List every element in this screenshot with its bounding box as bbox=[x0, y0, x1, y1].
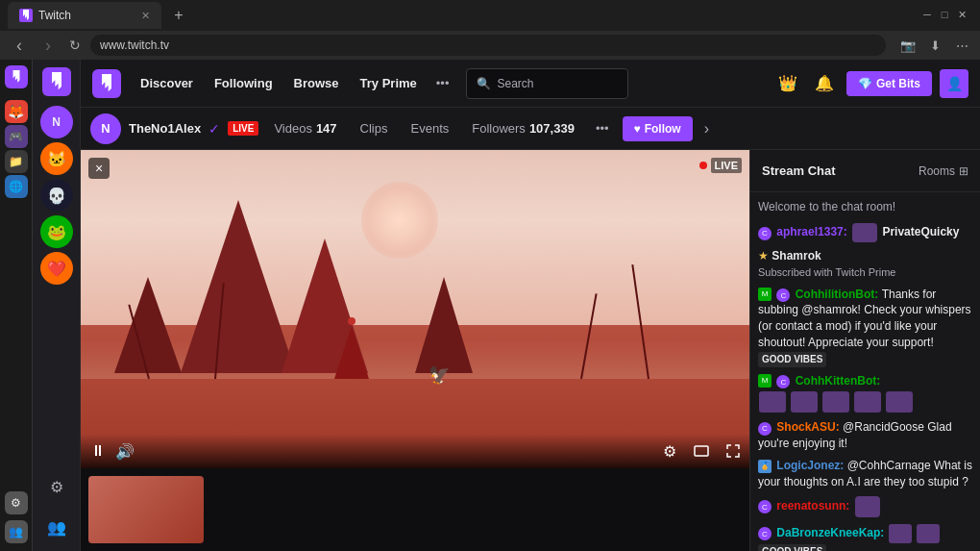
os-icon-3[interactable]: 📁 bbox=[5, 150, 28, 173]
live-indicator: LIVE bbox=[699, 158, 742, 173]
channel-more-button[interactable]: ••• bbox=[590, 117, 615, 139]
badge-8: C bbox=[758, 527, 772, 540]
bits-icon: 💎 bbox=[858, 77, 872, 90]
chat-title: Stream Chat bbox=[762, 163, 911, 178]
maximize-button[interactable]: □ bbox=[938, 8, 951, 21]
content-area: 🦅 × LIVE ⏸ 🔊 ⚙ bbox=[81, 150, 980, 551]
sub-text-2: Subscribed with Twitch Prime bbox=[758, 266, 895, 278]
emote-welcome-5 bbox=[886, 391, 913, 413]
badge-7: C bbox=[758, 500, 772, 513]
video-close-button[interactable]: × bbox=[88, 158, 110, 179]
settings-button[interactable]: ⋯ bbox=[951, 35, 972, 56]
chat-message-7: C reenatosunn: bbox=[758, 496, 972, 517]
badge-1: C bbox=[758, 227, 772, 240]
url-bar[interactable]: www.twitch.tv bbox=[90, 35, 886, 56]
browser-tab[interactable]: Twitch ✕ bbox=[8, 2, 161, 29]
channel-name: TheNo1Alex bbox=[129, 121, 201, 136]
back-button[interactable]: ‹ bbox=[8, 34, 31, 57]
tab-close[interactable]: ✕ bbox=[141, 10, 150, 22]
emote-welcome-2 bbox=[791, 391, 818, 413]
chat-welcome: Welcome to the chat room! bbox=[758, 200, 972, 213]
camera-button[interactable]: 📷 bbox=[897, 35, 919, 56]
user-avatar-nav[interactable]: 👤 bbox=[940, 69, 968, 98]
sidebar-gear-button[interactable]: ⚙ bbox=[40, 470, 73, 503]
reload-button[interactable]: ↻ bbox=[65, 36, 85, 55]
os-icon-1[interactable]: 🦊 bbox=[5, 100, 28, 123]
chat-message-8: C DaBronzeKneeKap: GOOD VIBES bbox=[758, 523, 972, 551]
video-below bbox=[81, 468, 749, 551]
live-badge: LIVE bbox=[228, 121, 258, 136]
channel-expand-arrow[interactable]: › bbox=[704, 120, 709, 138]
svg-rect-0 bbox=[695, 446, 708, 456]
star-badge-2: ★ bbox=[758, 249, 772, 263]
sidebar-channel-1[interactable]: N bbox=[40, 106, 73, 138]
nav-discover[interactable]: Discover bbox=[131, 70, 203, 96]
chat-message-2: ★ Shamrok Subscribed with Twitch Prime bbox=[758, 248, 972, 281]
play-pause-button[interactable]: ⏸ bbox=[90, 442, 106, 460]
mod-badge-3: M bbox=[758, 288, 772, 301]
follow-button[interactable]: ♥ Follow bbox=[623, 116, 693, 141]
username-5: ShockASU: bbox=[776, 420, 843, 434]
os-icon-2[interactable]: 🎮 bbox=[5, 125, 28, 148]
fullscreen-button[interactable] bbox=[726, 444, 740, 458]
channel-tab-videos[interactable]: Videos 147 bbox=[266, 117, 344, 139]
get-bits-button[interactable]: 💎 Get Bits bbox=[846, 71, 932, 96]
crown-button[interactable]: 👑 bbox=[773, 69, 802, 98]
chat-message-6: 🏅 LogicJonez: @CohhCarnage What is your … bbox=[758, 458, 972, 490]
tab-favicon bbox=[19, 9, 33, 22]
theater-mode-button[interactable] bbox=[694, 445, 709, 457]
nav-more[interactable]: ••• bbox=[429, 70, 457, 96]
rooms-button[interactable]: Rooms ⊞ bbox=[919, 164, 968, 178]
channel-tab-clips[interactable]: Clips bbox=[353, 117, 396, 139]
os-icon-people[interactable]: 👥 bbox=[5, 520, 28, 543]
nav-browse[interactable]: Browse bbox=[284, 70, 349, 96]
username-2: Shamrok bbox=[772, 249, 821, 263]
tab-bar: ─ □ ✕ Twitch ✕ + bbox=[0, 0, 980, 31]
nav-following[interactable]: Following bbox=[205, 70, 282, 96]
chat-messages[interactable]: Welcome to the chat room! C aphrael1337:… bbox=[750, 192, 980, 551]
channel-tab-events[interactable]: Events bbox=[404, 117, 457, 139]
sidebar-people-button[interactable]: 👥 bbox=[40, 511, 73, 543]
badge-5: C bbox=[758, 422, 772, 436]
sidebar-channel-4[interactable]: 🐸 bbox=[40, 215, 73, 248]
minimize-button[interactable]: ─ bbox=[920, 8, 934, 21]
twitch-nav: Discover Following Browse Try Prime ••• … bbox=[81, 60, 980, 108]
emote-row-4 bbox=[758, 390, 972, 413]
username-4: CohhKittenBot: bbox=[796, 374, 881, 388]
emote-8a bbox=[889, 524, 912, 543]
os-icon-twitch[interactable] bbox=[5, 65, 28, 88]
nav-prime[interactable]: Try Prime bbox=[351, 70, 427, 96]
channel-avatar: N bbox=[90, 113, 121, 144]
game-scene: 🦅 bbox=[81, 150, 749, 468]
chat-message-3: M C CohhilitionBot: Thanks for subbing @… bbox=[758, 287, 972, 367]
good-vibes-badge-3: GOOD VIBES bbox=[758, 352, 826, 367]
sidebar-channel-5[interactable]: ❤️ bbox=[40, 252, 73, 285]
notifications-button[interactable]: 🔔 bbox=[810, 69, 839, 98]
video-section: 🦅 × LIVE ⏸ 🔊 ⚙ bbox=[81, 150, 749, 551]
os-icon-4[interactable]: 🌐 bbox=[5, 175, 28, 198]
chat-header: Stream Chat Rooms ⊞ bbox=[750, 150, 980, 192]
close-window-button[interactable]: ✕ bbox=[955, 8, 968, 21]
download-button[interactable]: ⬇ bbox=[924, 35, 945, 56]
browser-actions: 📷 ⬇ ⋯ bbox=[897, 35, 972, 56]
volume-button[interactable]: 🔊 bbox=[115, 442, 135, 461]
sidebar-channel-3[interactable]: 💀 bbox=[40, 179, 73, 212]
chat-message-4: M C CohhKittenBot: bbox=[758, 373, 972, 414]
sidebar-channel-2[interactable]: 🐱 bbox=[40, 142, 73, 175]
mountain-3 bbox=[114, 277, 182, 373]
username-8: DaBronzeKneeKap: bbox=[776, 526, 887, 539]
settings-video-button[interactable]: ⚙ bbox=[663, 442, 676, 461]
twitch-logo[interactable] bbox=[42, 67, 71, 96]
twitch-sidebar: N 🐱 💀 🐸 ❤️ ⚙ 👥 bbox=[33, 60, 81, 551]
os-icon-settings[interactable]: ⚙ bbox=[5, 491, 28, 514]
video-player[interactable]: 🦅 × LIVE ⏸ 🔊 ⚙ bbox=[81, 150, 749, 468]
new-tab-button[interactable]: + bbox=[167, 4, 190, 27]
rooms-icon: ⊞ bbox=[959, 164, 968, 178]
mentioned-user-1: PrivateQuicky bbox=[882, 225, 959, 238]
channel-tab-followers[interactable]: Followers 107,339 bbox=[464, 117, 582, 139]
creature: 🦅 bbox=[429, 364, 450, 386]
search-bar[interactable]: 🔍 Search bbox=[466, 68, 628, 99]
thumbnail-preview[interactable] bbox=[88, 476, 204, 543]
emote-welcome-3 bbox=[822, 391, 849, 413]
forward-button[interactable]: › bbox=[37, 34, 60, 57]
